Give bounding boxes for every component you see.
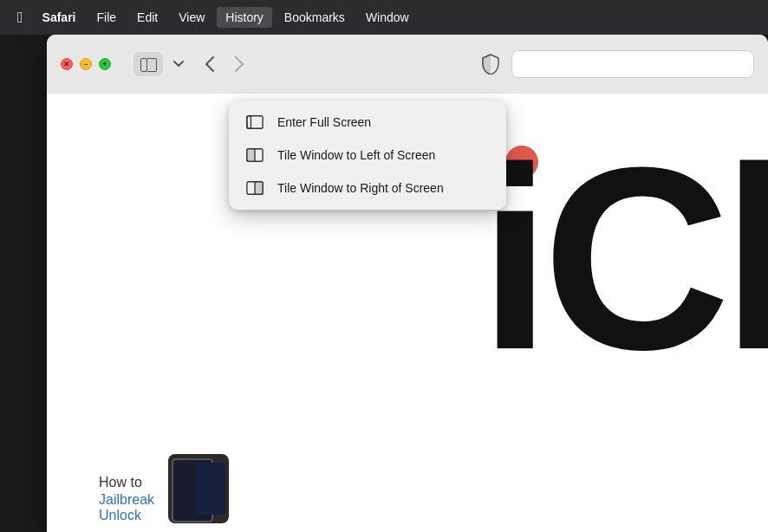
tile-left-item[interactable]: Tile Window to Left of Screen	[229, 139, 506, 172]
icleaner-logo-text: iCl	[479, 128, 768, 388]
svg-rect-5	[255, 182, 263, 195]
safari-menu-item[interactable]: Safari	[34, 7, 85, 28]
svg-rect-0	[247, 116, 263, 129]
forward-button[interactable]	[227, 52, 251, 76]
view-menu-item[interactable]: View	[170, 7, 213, 28]
file-menu-item[interactable]: File	[88, 7, 126, 28]
traffic-lights: ✕ − +	[61, 58, 111, 70]
enter-fullscreen-label: Enter Full Screen	[277, 115, 371, 129]
tile-right-label: Tile Window to Right of Screen	[277, 181, 444, 195]
nav-arrows	[198, 52, 251, 76]
svg-rect-1	[247, 116, 251, 129]
close-button[interactable]: ✕	[61, 58, 73, 70]
phone-image	[168, 454, 229, 523]
browser-window: ✕ − +	[47, 35, 768, 532]
sidebar-toggle-button[interactable]	[133, 52, 163, 76]
edit-menu-item[interactable]: Edit	[128, 7, 166, 28]
enter-fullscreen-item[interactable]: Enter Full Screen	[229, 106, 506, 139]
shield-icon[interactable]	[478, 52, 503, 76]
minimize-button[interactable]: −	[80, 58, 92, 70]
apple-menu-item[interactable]: 	[10, 5, 30, 30]
tile-right-item[interactable]: Tile Window to Right of Screen	[229, 172, 506, 204]
back-button[interactable]	[198, 52, 222, 76]
maximize-button[interactable]: +	[99, 58, 111, 70]
jailbreak-link[interactable]: Jailbreak	[99, 492, 154, 508]
svg-rect-3	[247, 149, 255, 162]
chevron-down-button[interactable]	[172, 57, 185, 71]
url-bar[interactable]	[511, 50, 754, 78]
how-to-links: Jailbreak Unlock	[99, 492, 154, 523]
how-to-section: How to Jailbreak Unlock	[99, 475, 154, 523]
how-to-label: How to	[99, 475, 142, 490]
sidebar-toggle-icon	[140, 58, 156, 70]
browser-toolbar: ✕ − +	[47, 35, 768, 94]
history-menu-item[interactable]: History	[217, 7, 272, 28]
bottom-content-area: How to Jailbreak Unlock	[47, 428, 768, 532]
menu-bar:  Safari File Edit View History Bookmark…	[0, 0, 768, 35]
bookmarks-menu-item[interactable]: Bookmarks	[276, 7, 354, 28]
fullscreen-icon	[244, 114, 265, 130]
unlock-link[interactable]: Unlock	[99, 508, 154, 523]
tile-right-icon	[244, 180, 265, 196]
tile-left-icon	[244, 147, 265, 163]
window-options-dropdown: Enter Full Screen Tile Window to Left of…	[229, 101, 506, 210]
tile-left-label: Tile Window to Left of Screen	[277, 148, 435, 162]
window-menu-item[interactable]: Window	[357, 7, 418, 28]
